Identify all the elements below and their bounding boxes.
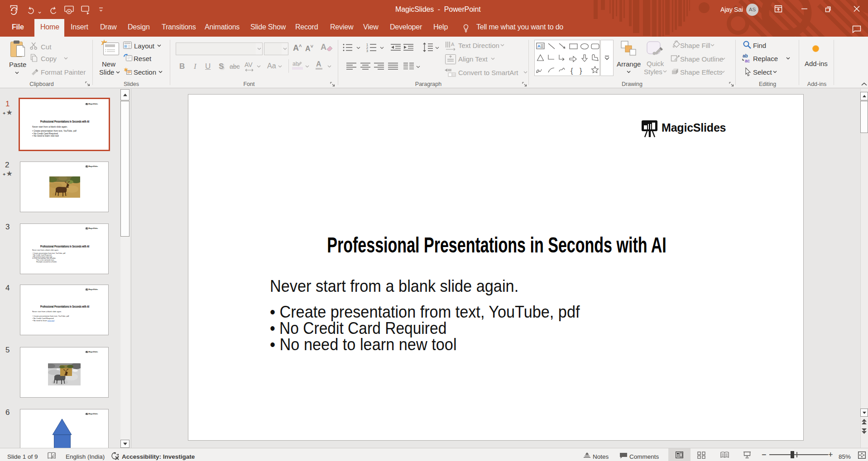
svg-text:3: 3 bbox=[366, 49, 368, 52]
svg-text:A: A bbox=[451, 42, 455, 47]
svg-text:A: A bbox=[537, 44, 541, 48]
svg-text:1: 1 bbox=[366, 43, 368, 46]
svg-text:{: { bbox=[571, 67, 573, 75]
svg-text:ac: ac bbox=[745, 58, 750, 63]
svg-text:ab: ab bbox=[743, 53, 748, 58]
svg-text:2: 2 bbox=[366, 46, 368, 49]
svg-text:}: } bbox=[580, 67, 582, 75]
